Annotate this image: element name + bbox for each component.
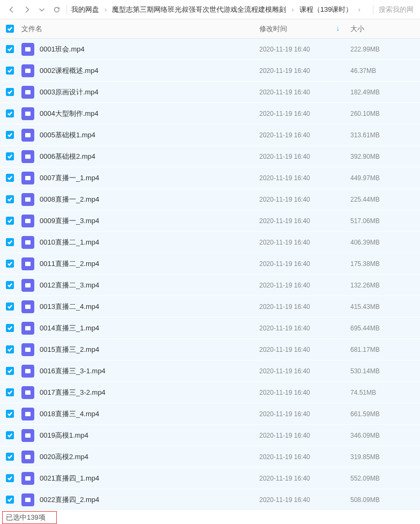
row-checkbox[interactable]: [6, 496, 14, 504]
search-input[interactable]: 搜索我的网: [373, 5, 416, 14]
table-row[interactable]: 0010直播二_1.mp42020-11-19 16:40406.39MB: [0, 232, 420, 253]
breadcrumb-item[interactable]: 课程（139课时）: [297, 5, 355, 14]
file-size: 552.09MB: [350, 475, 420, 482]
sort-arrow-icon: ↓: [336, 24, 340, 32]
forward-button[interactable]: [19, 2, 34, 17]
file-size: 449.97MB: [350, 174, 420, 182]
table-row[interactable]: 0005基础模1.mp42020-11-19 16:40313.61MB: [0, 124, 420, 146]
file-date: 2020-11-19 16:40: [259, 410, 350, 418]
file-size: 406.39MB: [350, 239, 420, 246]
row-checkbox[interactable]: [6, 88, 14, 96]
file-name: 0007直播一_1.mp4: [40, 173, 99, 183]
table-header: 文件名 修改时间 ↓ 大小: [0, 19, 420, 39]
file-size: 313.61MB: [350, 131, 420, 139]
file-size: 132.26MB: [350, 282, 420, 289]
file-name: 0018直播三_4.mp4: [40, 409, 99, 419]
row-checkbox[interactable]: [6, 453, 14, 461]
table-row[interactable]: 0004大型制作.mp42020-11-19 16:40260.10MB: [0, 103, 420, 124]
table-row[interactable]: 0011直播二_2.mp42020-11-19 16:40175.38MB: [0, 253, 420, 275]
video-file-icon: [21, 343, 34, 356]
file-date: 2020-11-19 16:40: [259, 282, 350, 289]
row-checkbox[interactable]: [6, 302, 14, 311]
table-row[interactable]: 0006基础模2.mp42020-11-19 16:40392.90MB: [0, 146, 420, 167]
file-date: 2020-11-19 16:40: [259, 46, 350, 53]
video-file-icon: [21, 129, 34, 142]
table-row[interactable]: 0012直播二_3.mp42020-11-19 16:40132.26MB: [0, 275, 420, 296]
file-name: 0008直播一_2.mp4: [40, 195, 99, 204]
file-date: 2020-11-19 16:40: [259, 303, 350, 311]
table-row[interactable]: 0022直播四_2.mp42020-11-19 16:40508.09MB: [0, 489, 420, 511]
row-checkbox[interactable]: [6, 345, 14, 353]
table-row[interactable]: 0018直播三_4.mp42020-11-19 16:40661.59MB: [0, 403, 420, 425]
file-date: 2020-11-19 16:40: [259, 324, 350, 332]
file-name: 0020高模2.mp4: [40, 452, 88, 462]
file-size: 695.44MB: [350, 324, 420, 332]
table-row[interactable]: 0002课程概述.mp42020-11-19 16:4046.37MB: [0, 60, 420, 82]
row-checkbox[interactable]: [6, 474, 14, 482]
row-checkbox[interactable]: [6, 174, 14, 182]
table-row[interactable]: 0003原画设计.mp42020-11-19 16:40182.49MB: [0, 82, 420, 103]
table-row[interactable]: 0008直播一_2.mp42020-11-19 16:40225.44MB: [0, 189, 420, 210]
row-checkbox[interactable]: [6, 109, 14, 117]
file-date: 2020-11-19 16:40: [259, 239, 350, 246]
row-checkbox[interactable]: [6, 195, 14, 203]
row-checkbox[interactable]: [6, 260, 14, 268]
table-row[interactable]: 0015直播三_2.mp42020-11-19 16:40681.17MB: [0, 339, 420, 360]
row-checkbox[interactable]: [6, 367, 14, 375]
column-header-name[interactable]: 文件名: [19, 24, 259, 34]
column-header-date[interactable]: 修改时间 ↓: [259, 24, 350, 34]
file-size: 74.51MB: [350, 389, 420, 396]
video-file-icon: [21, 86, 34, 99]
table-row[interactable]: 0014直播三_1.mp42020-11-19 16:40695.44MB: [0, 318, 420, 339]
row-checkbox[interactable]: [6, 131, 14, 139]
chevron-right-icon: ›: [355, 5, 363, 13]
file-name: 0010直播二_1.mp4: [40, 238, 99, 247]
video-file-icon: [21, 472, 34, 485]
file-date: 2020-11-19 16:40: [259, 67, 350, 75]
table-row[interactable]: 0016直播三_3-1.mp42020-11-19 16:40530.14MB: [0, 360, 420, 382]
column-header-size[interactable]: 大小: [350, 24, 420, 34]
file-date: 2020-11-19 16:40: [259, 432, 350, 439]
row-checkbox[interactable]: [6, 45, 14, 53]
select-all-checkbox[interactable]: [6, 25, 14, 33]
row-checkbox[interactable]: [6, 238, 14, 246]
file-date: 2020-11-19 16:40: [259, 174, 350, 182]
file-name: 0013直播二_4.mp4: [40, 302, 99, 312]
file-date: 2020-11-19 16:40: [259, 88, 350, 96]
table-row[interactable]: 0020高模2.mp42020-11-19 16:40319.85MB: [0, 446, 420, 468]
row-checkbox[interactable]: [6, 388, 14, 396]
refresh-button[interactable]: [49, 2, 64, 17]
file-name: 0017直播三_3-2.mp4: [40, 388, 106, 397]
table-row[interactable]: 0013直播二_4.mp42020-11-19 16:40415.43MB: [0, 296, 420, 318]
file-size: 508.09MB: [350, 496, 420, 504]
table-row[interactable]: 0017直播三_3-2.mp42020-11-19 16:4074.51MB: [0, 382, 420, 403]
file-size: 260.10MB: [350, 110, 420, 117]
breadcrumb-item[interactable]: 我的网盘: [69, 5, 101, 14]
chevron-right-icon: ›: [288, 5, 297, 13]
video-file-icon: [21, 257, 34, 270]
row-checkbox[interactable]: [6, 410, 14, 418]
back-button[interactable]: [4, 2, 19, 17]
row-checkbox[interactable]: [6, 152, 14, 160]
row-checkbox[interactable]: [6, 217, 14, 225]
table-row[interactable]: 0021直播四_1.mp42020-11-19 16:40552.09MB: [0, 468, 420, 489]
table-row[interactable]: 0001班会.mp42020-11-19 16:40222.99MB: [0, 39, 420, 60]
row-checkbox[interactable]: [6, 324, 14, 332]
file-date: 2020-11-19 16:40: [259, 389, 350, 396]
row-checkbox[interactable]: [6, 431, 14, 439]
file-name: 0019高模1.mp4: [40, 431, 88, 440]
row-checkbox[interactable]: [6, 67, 14, 75]
table-row[interactable]: 0019高模1.mp42020-11-19 16:40346.09MB: [0, 425, 420, 446]
toolbar: 我的网盘 › 魔型志第三期网络班光叔强哥次世代游戏全流程建模雕刻 › 课程（13…: [0, 0, 420, 19]
file-date: 2020-11-19 16:40: [259, 453, 350, 461]
video-file-icon: [21, 193, 34, 206]
file-size: 681.17MB: [350, 346, 420, 353]
row-checkbox[interactable]: [6, 281, 14, 289]
file-date: 2020-11-19 16:40: [259, 196, 350, 203]
table-row[interactable]: 0009直播一_3.mp42020-11-19 16:40517.06MB: [0, 210, 420, 232]
dropdown-button[interactable]: [34, 2, 49, 17]
video-file-icon: [21, 236, 34, 249]
breadcrumb-item[interactable]: 魔型志第三期网络班光叔强哥次世代游戏全流程建模雕刻: [110, 5, 288, 14]
file-size: 392.90MB: [350, 153, 420, 160]
table-row[interactable]: 0007直播一_1.mp42020-11-19 16:40449.97MB: [0, 167, 420, 189]
